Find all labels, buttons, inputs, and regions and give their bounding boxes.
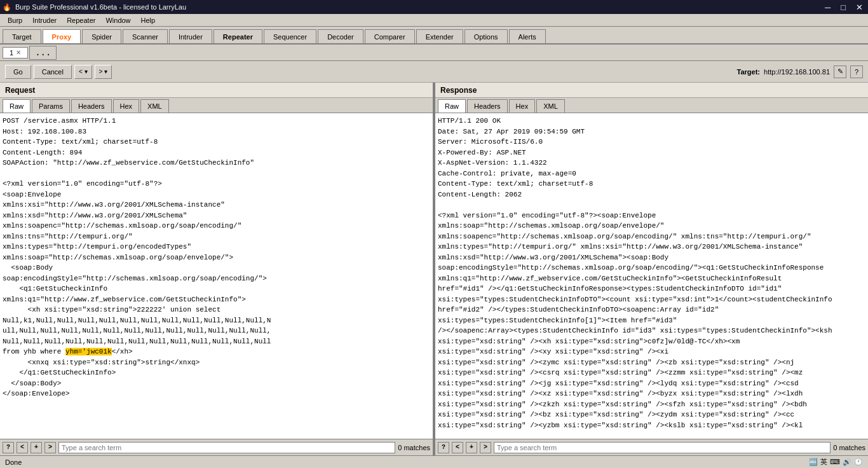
status-icon-2: 英 [820, 457, 827, 467]
tab-proxy[interactable]: Proxy [43, 29, 81, 43]
response-matches: 0 matches [833, 444, 865, 451]
response-search-bar: ? < + > 0 matches [435, 439, 868, 455]
menu-item-intruder[interactable]: Intruder [27, 15, 62, 25]
tab-decoder[interactable]: Decoder [318, 29, 363, 43]
response-tab-hex[interactable]: Hex [509, 99, 536, 113]
close-button[interactable]: ✕ [853, 3, 865, 12]
request-search-bar: ? < + > 0 matches [0, 439, 433, 455]
repeater-tab-more[interactable]: ... [29, 46, 57, 60]
tab-options[interactable]: Options [465, 29, 508, 43]
target-info: Target: http://192.168.100.81 ✎ ? [737, 65, 863, 78]
status-icon-3: ⌨ [830, 458, 840, 466]
request-search-next[interactable]: > [44, 442, 56, 453]
response-tab-raw[interactable]: Raw [438, 99, 466, 113]
status-bar: Done 🔤 英 ⌨ 🔊 🕐 [0, 455, 868, 468]
tab-sequencer[interactable]: Sequencer [264, 29, 316, 43]
tab-comparer[interactable]: Comparer [365, 29, 415, 43]
menu-item-window[interactable]: Window [100, 15, 135, 25]
request-search-help[interactable]: ? [3, 442, 14, 453]
request-panel: Request Raw Params Headers Hex XML POST … [0, 83, 433, 455]
response-search-prev[interactable]: < [452, 442, 463, 453]
tab-target[interactable]: Target [3, 29, 41, 43]
menu-bar: Burp Intruder Repeater Window Help [0, 14, 868, 27]
request-tab-hex[interactable]: Hex [113, 99, 140, 113]
menu-item-burp[interactable]: Burp [3, 15, 27, 25]
request-tab-xml[interactable]: XML [140, 99, 169, 113]
request-search-input[interactable] [58, 442, 395, 453]
maximize-button[interactable]: □ [838, 3, 848, 12]
response-content-area[interactable]: HTTP/1.1 200 OK Date: Sat, 27 Apr 2019 0… [435, 113, 868, 439]
status-icon-4: 🔊 [843, 458, 851, 466]
repeater-tab-1-close[interactable]: ✕ [16, 49, 21, 56]
request-content-area[interactable]: POST /service.asmx HTTP/1.1 Host: 192.16… [0, 113, 433, 439]
menu-item-repeater[interactable]: Repeater [62, 15, 100, 25]
tab-extender[interactable]: Extender [416, 29, 463, 43]
tab-intruder[interactable]: Intruder [169, 29, 212, 43]
request-header: Request [0, 83, 433, 98]
forward-button[interactable]: > ▾ [95, 65, 112, 79]
response-header: Response [435, 83, 868, 98]
response-tab-headers[interactable]: Headers [467, 99, 508, 113]
request-matches: 0 matches [398, 444, 430, 451]
repeater-tab-bar: 1 ✕ ... [0, 45, 868, 61]
back-button[interactable]: < ▾ [74, 65, 92, 79]
target-url: http://192.168.100.81 [764, 68, 830, 76]
title-bar: 🔥 Burp Suite Professional v1.6beta - lic… [0, 0, 868, 14]
tab-spider[interactable]: Spider [82, 29, 121, 43]
response-search-add[interactable]: + [466, 442, 477, 453]
panels-container: Request Raw Params Headers Hex XML POST … [0, 83, 868, 455]
cancel-button[interactable]: Cancel [34, 65, 72, 79]
response-sub-tabs: Raw Headers Hex XML [435, 98, 868, 113]
response-title: Response [440, 86, 477, 95]
response-panel: Response Raw Headers Hex XML HTTP/1.1 20… [435, 83, 868, 455]
repeater-tab-1-label: 1 [10, 49, 13, 57]
response-search-help[interactable]: ? [438, 442, 449, 453]
target-label: Target: [737, 68, 760, 76]
response-search-next[interactable]: > [480, 442, 491, 453]
request-search-add[interactable]: + [31, 442, 42, 453]
request-search-prev[interactable]: < [17, 442, 28, 453]
menu-item-help[interactable]: Help [136, 15, 161, 25]
repeater-tab-1[interactable]: 1 ✕ [3, 47, 28, 59]
request-sub-tabs: Raw Params Headers Hex XML [0, 98, 433, 113]
request-tab-params[interactable]: Params [32, 99, 70, 113]
toolbar: Go Cancel < ▾ > ▾ Target: http://192.168… [0, 61, 868, 83]
target-edit-button[interactable]: ✎ [834, 65, 846, 78]
tab-scanner[interactable]: Scanner [123, 29, 168, 43]
response-search-input[interactable] [494, 442, 831, 453]
app-title: Burp Suite Professional v1.6beta - licen… [15, 3, 186, 11]
response-tab-xml[interactable]: XML [536, 99, 565, 113]
status-icon-5: 🕐 [854, 458, 863, 466]
tab-alerts[interactable]: Alerts [509, 29, 546, 43]
minimize-button[interactable]: ─ [822, 3, 833, 12]
status-icon-1: 🔤 [809, 458, 818, 466]
tab-repeater[interactable]: Repeater [214, 29, 262, 43]
request-tab-raw[interactable]: Raw [3, 99, 31, 113]
target-help-button[interactable]: ? [850, 65, 863, 78]
top-tab-bar: Target Proxy Spider Scanner Intruder Rep… [0, 27, 868, 45]
request-title: Request [5, 86, 35, 95]
go-button[interactable]: Go [5, 65, 31, 79]
app-icon: 🔥 [3, 3, 11, 11]
request-tab-headers[interactable]: Headers [71, 99, 112, 113]
status-text: Done [5, 458, 22, 466]
